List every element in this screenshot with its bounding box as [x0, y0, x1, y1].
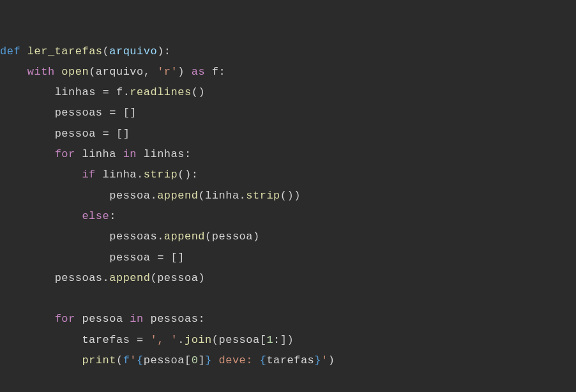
rparen: ) — [294, 190, 301, 202]
empty-list: [] — [171, 252, 185, 264]
lparen: ( — [116, 354, 123, 366]
keyword-in: in — [130, 313, 143, 325]
parens: () — [192, 86, 205, 98]
variable: pessoa — [109, 252, 150, 264]
space — [137, 148, 144, 160]
code-line: for pessoa in pessoas: — [0, 313, 205, 325]
rparen: ) — [287, 334, 294, 346]
quote: ' — [130, 354, 137, 366]
variable: pessoa — [157, 272, 198, 284]
space — [96, 169, 103, 181]
dot: . — [178, 334, 185, 346]
colon: : — [192, 169, 199, 181]
indent — [0, 66, 27, 78]
lparen: ( — [103, 45, 110, 57]
keyword-with: with — [27, 66, 55, 78]
indent — [0, 86, 55, 98]
code-line: linhas = f.readlines() — [0, 86, 205, 98]
variable: pessoa — [55, 128, 96, 140]
fstring-rbrace: } — [205, 354, 212, 366]
code-line: tarefas = ', '.join(pessoa[1:]) — [0, 334, 294, 346]
quote: ' — [321, 354, 328, 366]
slice-colon: : — [273, 334, 280, 346]
method-call: append — [109, 272, 150, 284]
keyword-for: for — [55, 313, 75, 325]
parens: () — [178, 169, 191, 181]
lbracket: [ — [185, 354, 192, 366]
code-line: else: — [0, 210, 116, 222]
variable: pessoa — [218, 334, 259, 346]
dot: . — [239, 190, 246, 202]
code-line: pessoa = [] — [0, 128, 130, 140]
fstring-lbrace: { — [260, 354, 267, 366]
lparen: ( — [150, 272, 157, 284]
indent — [0, 148, 55, 160]
equals: = — [96, 128, 116, 140]
rparen: ) — [178, 66, 185, 78]
builtin-open: open — [61, 66, 89, 78]
number: 0 — [192, 354, 199, 366]
lparen: ( — [212, 334, 219, 346]
variable: arquivo — [96, 66, 144, 78]
variable: linhas — [144, 148, 185, 160]
keyword-in: in — [123, 148, 137, 160]
code-block: def ler_tarefas(arquivo): with open(arqu… — [0, 41, 576, 392]
variable: pessoa — [212, 230, 253, 243]
indent — [0, 334, 82, 346]
dot: . — [150, 190, 157, 202]
method-call: append — [157, 190, 198, 202]
variable: linhas — [55, 86, 96, 98]
variable: linha — [103, 169, 137, 181]
indent — [0, 169, 82, 181]
keyword-as: as — [192, 66, 205, 78]
variable: pessoas — [150, 313, 198, 325]
space — [144, 313, 151, 325]
rbracket: ] — [198, 354, 205, 366]
space — [123, 313, 130, 325]
keyword-def: def — [0, 45, 20, 57]
lparen: ( — [198, 190, 205, 202]
code-line: def ler_tarefas(arquivo): — [0, 45, 171, 57]
comma: , — [144, 66, 157, 78]
empty-list: [] — [116, 128, 130, 140]
code-line: pessoa = [] — [0, 252, 185, 264]
code-line: pessoas.append(pessoa) — [0, 272, 205, 284]
rparen: ) — [198, 272, 205, 284]
function-name: ler_tarefas — [27, 45, 103, 57]
variable: linha — [205, 190, 239, 202]
code-line: pessoa.append(linha.strip()) — [0, 190, 301, 202]
lparen: ( — [89, 66, 96, 78]
parens: () — [280, 190, 294, 202]
space — [75, 313, 82, 325]
variable: f — [212, 66, 219, 78]
method-call: append — [164, 230, 205, 243]
variable: pessoa — [109, 190, 150, 202]
variable: pessoas — [55, 272, 103, 284]
variable: pessoas — [55, 107, 103, 119]
fstring-text: deve: — [212, 354, 260, 366]
code-line: if linha.strip(): — [0, 169, 198, 181]
lparen: ( — [205, 230, 212, 243]
equals: = — [150, 252, 171, 264]
rparen: ) — [253, 230, 260, 243]
dot: . — [103, 272, 110, 284]
rparen-colon: ): — [157, 45, 171, 57]
indent — [0, 128, 55, 140]
method-call: readlines — [130, 86, 191, 98]
method-call: strip — [144, 169, 178, 181]
indent — [0, 190, 109, 202]
space — [116, 148, 123, 160]
variable: tarefas — [266, 354, 314, 366]
code-line: for linha in linhas: — [0, 148, 192, 160]
indent — [0, 210, 82, 222]
variable: pessoas — [109, 230, 157, 243]
variable: tarefas — [82, 334, 130, 346]
string-literal: ', ' — [150, 334, 178, 346]
indent — [0, 272, 55, 284]
lbracket: [ — [260, 334, 267, 346]
space — [55, 66, 62, 78]
code-line: with open(arquivo, 'r') as f: — [0, 66, 225, 78]
indent — [0, 313, 55, 325]
equals: = — [130, 334, 150, 346]
indent — [0, 252, 109, 264]
